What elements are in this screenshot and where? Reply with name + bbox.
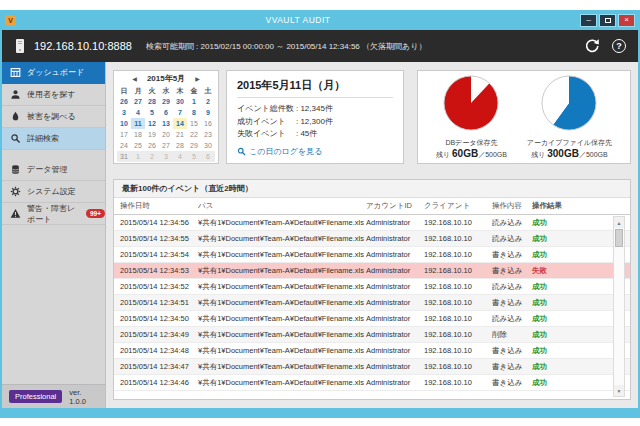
refresh-icon[interactable]	[584, 38, 600, 54]
cell-operation: 書き込み	[492, 362, 532, 372]
storage-pie-label: アーカイブファイル保存先	[527, 138, 612, 148]
cell-account: Administrator	[366, 330, 424, 339]
cell-path: ¥共有1¥Document¥Team-A¥Default¥Filename.xl…	[198, 234, 366, 244]
calendar-day[interactable]: 29	[159, 96, 173, 107]
event-row[interactable]: 2015/05/14 12:34:54¥共有1¥Document¥Team-A¥…	[114, 247, 630, 263]
minimize-button[interactable]: –	[580, 14, 597, 27]
archive-storage-chart: アーカイブファイル保存先 残り 300GB／500GB	[527, 75, 612, 160]
cell-time: 2015/05/14 12:34:51	[114, 298, 198, 307]
sidebar-item-investigate-damage[interactable]: 被害を調べる	[2, 106, 105, 128]
sidebar-item-label: ダッシュボード	[27, 67, 84, 78]
calendar-day: 5	[187, 151, 201, 162]
sidebar-item-dashboard[interactable]: ダッシュボード	[2, 62, 105, 84]
calendar-panel: ◀ 2015年5月 ▶ 日月火水木金土262728293012345678910…	[113, 70, 219, 164]
events-panel-title: 最新100件のイベント（直近2時間）	[114, 180, 630, 198]
weekday-label: 金	[187, 85, 201, 96]
calendar-day[interactable]: 4	[131, 107, 145, 118]
sidebar-item-find-users[interactable]: 使用者を探す	[2, 84, 105, 106]
cell-path: ¥共有1¥Document¥Team-A¥Default¥Filename.xl…	[198, 250, 366, 260]
cell-client: 192.168.10.10	[424, 314, 492, 323]
calendar-day[interactable]: 12	[145, 118, 159, 129]
calendar-day[interactable]: 11	[131, 118, 145, 129]
storage-pie	[443, 75, 499, 135]
calendar-grid: 日月火水木金土262728293012345678910111213141516…	[114, 85, 218, 162]
dashboard-icon	[10, 67, 21, 78]
cell-time: 2015/05/14 12:34:50	[114, 314, 198, 323]
calendar-day[interactable]: 10	[117, 118, 131, 129]
calendar-next-icon[interactable]: ▶	[195, 75, 200, 82]
sidebar-group-gap	[2, 150, 105, 159]
calendar-day[interactable]: 7	[173, 107, 187, 118]
event-row[interactable]: 2015/05/14 12:34:50¥共有1¥Document¥Team-A¥…	[114, 311, 630, 327]
events-panel: 最新100件のイベント（直近2時間） 操作日時 パス アカウントID クライアン…	[113, 179, 631, 400]
event-row[interactable]: 2015/05/14 12:34:52¥共有1¥Document¥Team-A¥…	[114, 279, 630, 295]
calendar-day[interactable]: 14	[173, 118, 187, 129]
column-header-operation: 操作内容	[492, 201, 532, 211]
alert-count-badge: 99+	[86, 209, 105, 218]
scrollbar-thumb[interactable]	[615, 229, 623, 247]
gear-icon	[10, 186, 21, 197]
window-title: VVAULT AUDIT	[16, 15, 580, 25]
sidebar-item-label: 警告・障害レポート	[27, 203, 79, 225]
event-row[interactable]: 2015/05/14 12:34:46¥共有1¥Document¥Team-A¥…	[114, 375, 630, 391]
sidebar-footer: Professional ver. 1.0.0	[2, 384, 105, 408]
calendar-day: 21	[173, 129, 187, 140]
calendar-day[interactable]: 30	[173, 96, 187, 107]
close-button[interactable]: ×	[618, 14, 635, 27]
scroll-down-icon[interactable]: ▼	[614, 385, 624, 396]
cell-time: 2015/05/14 12:34:53	[114, 266, 198, 275]
view-day-log-label: この日のログを見る	[249, 146, 322, 157]
table-scrollbar[interactable]: ▲ ▼	[613, 216, 625, 397]
sidebar-item-label: 使用者を探す	[27, 89, 75, 100]
cell-client: 192.168.10.10	[424, 346, 492, 355]
event-row[interactable]: 2015/05/14 12:34:55¥共有1¥Document¥Team-A¥…	[114, 231, 630, 247]
window-frame: V VVAULT AUDIT – × 192.168.10.10:8888 検索…	[0, 10, 640, 418]
magnifier-icon	[237, 147, 246, 156]
calendar-day[interactable]: 5	[145, 107, 159, 118]
search-period: 検索可能期間 : 2015/02/15 00:00:00 ～ 2015/05/1…	[146, 41, 427, 52]
event-row[interactable]: 2015/05/14 12:34:56¥共有1¥Document¥Team-A¥…	[114, 215, 630, 231]
calendar-day[interactable]: 8	[187, 107, 201, 118]
calendar-month-label: 2015年5月	[147, 73, 185, 84]
cell-path: ¥共有1¥Document¥Team-A¥Default¥Filename.xl…	[198, 314, 366, 324]
event-row[interactable]: 2015/05/14 12:34:47¥共有1¥Document¥Team-A¥…	[114, 359, 630, 375]
calendar-day[interactable]: 28	[145, 96, 159, 107]
calendar-day: 28	[173, 140, 187, 151]
event-row[interactable]: 2015/05/14 12:34:53¥共有1¥Document¥Team-A¥…	[114, 263, 630, 279]
sidebar: ダッシュボード 使用者を探す 被害を調べる 詳細検	[2, 62, 106, 408]
cell-account: Administrator	[366, 250, 424, 259]
scroll-up-icon[interactable]: ▲	[614, 217, 624, 228]
event-row[interactable]: 2015/05/14 12:34:51¥共有1¥Document¥Team-A¥…	[114, 295, 630, 311]
calendar-day[interactable]: 27	[131, 96, 145, 107]
sidebar-item-warning-report[interactable]: 警告・障害レポート 99+	[2, 203, 105, 225]
calendar-day[interactable]: 13	[159, 118, 173, 129]
calendar-prev-icon[interactable]: ◀	[132, 75, 137, 82]
calendar-day[interactable]: 9	[201, 107, 215, 118]
cell-time: 2015/05/14 12:34:52	[114, 282, 198, 291]
calendar-day: 15	[187, 118, 201, 129]
cell-client: 192.168.10.10	[424, 266, 492, 275]
calendar-day[interactable]: 2	[201, 96, 215, 107]
calendar-day[interactable]: 6	[159, 107, 173, 118]
database-icon	[10, 164, 21, 175]
sidebar-item-data-management[interactable]: データ管理	[2, 159, 105, 181]
cell-time: 2015/05/14 12:34:49	[114, 330, 198, 339]
cell-time: 2015/05/14 12:34:54	[114, 250, 198, 259]
calendar-day[interactable]: 1	[187, 96, 201, 107]
cell-account: Administrator	[366, 314, 424, 323]
weekday-label: 水	[159, 85, 173, 96]
calendar-day[interactable]: 26	[117, 96, 131, 107]
cell-time: 2015/05/14 12:34:56	[114, 218, 198, 227]
view-day-log-link[interactable]: この日のログを見る	[237, 146, 393, 157]
maximize-button[interactable]	[599, 14, 616, 27]
sidebar-item-detailed-search[interactable]: 詳細検索	[2, 128, 105, 150]
cell-operation: 読み込み	[492, 282, 532, 292]
sidebar-item-system-settings[interactable]: システム設定	[2, 181, 105, 203]
cell-time: 2015/05/14 12:34:47	[114, 362, 198, 371]
cell-path: ¥共有1¥Document¥Team-A¥Default¥Filename.xl…	[198, 378, 366, 388]
event-row[interactable]: 2015/05/14 12:34:48¥共有1¥Document¥Team-A¥…	[114, 343, 630, 359]
cell-path: ¥共有1¥Document¥Team-A¥Default¥Filename.xl…	[198, 362, 366, 372]
event-row[interactable]: 2015/05/14 12:34:49¥共有1¥Document¥Team-A¥…	[114, 327, 630, 343]
calendar-day[interactable]: 3	[117, 107, 131, 118]
help-icon[interactable]: ?	[612, 39, 626, 53]
